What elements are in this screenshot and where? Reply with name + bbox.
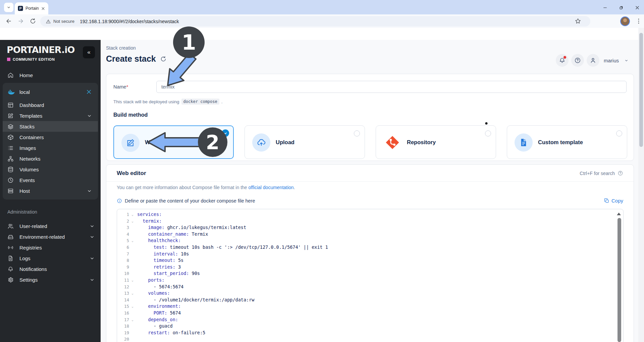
radio-unselected[interactable]	[616, 130, 622, 136]
sidebar-item-host[interactable]: Host	[3, 185, 98, 196]
docker-whale-icon	[7, 88, 15, 96]
url-text[interactable]: 192.168.1.18:9000/#!/2/docker/stacks/new…	[80, 19, 179, 24]
window-close-button[interactable]	[633, 3, 642, 12]
sidebar-item-environment-related[interactable]: Environment-related	[0, 231, 101, 242]
code-line[interactable]: 17⌄ depends_on:	[117, 317, 623, 323]
sidebar-item-home[interactable]: Home	[0, 69, 101, 81]
chevron-down-icon	[86, 113, 93, 119]
sidebar-item-settings[interactable]: Settings	[0, 274, 101, 285]
sidebar-item-events[interactable]: Events	[3, 175, 98, 185]
code-line[interactable]: 16 PORT: 5674	[117, 310, 623, 317]
tab-search-button[interactable]	[4, 3, 13, 12]
sidebar-item-logs[interactable]: Logs	[0, 253, 101, 264]
user-menu-button[interactable]	[587, 54, 599, 67]
sidebar-item-stacks[interactable]: Stacks	[3, 121, 98, 132]
build-method-web-editor[interactable]: Web editor	[113, 125, 234, 159]
window-restore-button[interactable]	[616, 3, 626, 12]
divider	[106, 181, 634, 182]
code-line[interactable]: 7 interval: 10s	[117, 251, 623, 258]
sidebar-collapse-button[interactable]: «	[83, 46, 95, 58]
administration-section: Administration User-related Environment-…	[0, 209, 101, 285]
code-line[interactable]: 15⌄ environment:	[117, 303, 623, 310]
sidebar-item-registries[interactable]: Registries	[0, 242, 101, 253]
copy-button[interactable]: Copy	[604, 198, 623, 204]
sidebar-item-images[interactable]: Images	[3, 142, 98, 153]
stacks-icon	[7, 123, 14, 130]
pencil-square-icon	[121, 134, 140, 152]
code-line[interactable]: 3 image: ghcr.io/lukegus/termix:latest	[117, 224, 623, 231]
copy-icon	[604, 198, 609, 204]
forward-button[interactable]	[15, 16, 26, 26]
pink-square-icon	[7, 58, 10, 61]
code-line[interactable]: 6 test: timeout 10s bash -c ':> /dev/tcp…	[117, 244, 623, 251]
deploy-note: This stack will be deployed using docker…	[113, 99, 223, 105]
help-button[interactable]	[571, 54, 584, 67]
address-bar[interactable]: Not secure 192.168.1.18:9000/#!/2/docker…	[40, 16, 590, 26]
code-line[interactable]: 20	[117, 336, 623, 342]
browser-menu-icon[interactable]	[635, 17, 642, 25]
networks-icon	[7, 156, 14, 162]
back-button[interactable]	[3, 16, 14, 26]
events-clock-icon	[7, 177, 14, 183]
breadcrumb: Stack creation	[106, 45, 136, 51]
editor-scrollbar-thumb[interactable]	[618, 218, 621, 342]
containers-icon	[7, 134, 14, 140]
code-line[interactable]: 1⌄services:	[117, 211, 623, 218]
code-line[interactable]: 12 - 5674:5674	[117, 284, 623, 290]
code-line[interactable]: 19 restart: on-failure:5	[117, 330, 623, 336]
official-documentation-link[interactable]: official documentation	[248, 185, 293, 190]
radio-unselected[interactable]	[485, 130, 491, 136]
compose-code-editor[interactable]: 1⌄services:2⌄ termix:3 image: ghcr.io/lu…	[117, 209, 624, 342]
stack-name-input[interactable]	[156, 81, 627, 93]
environment-local[interactable]: local	[3, 84, 98, 100]
build-method-custom-template[interactable]: Custom template	[507, 125, 627, 159]
page-scrollbar-thumb[interactable]	[639, 33, 643, 147]
code-line[interactable]: 18 - guacd	[117, 323, 623, 330]
not-secure-label[interactable]: Not secure	[53, 19, 74, 24]
sidebar-item-notifications[interactable]: Notifications	[0, 264, 101, 274]
not-secure-warning-icon	[46, 19, 51, 24]
sidebar-item-containers[interactable]: Containers	[3, 132, 98, 142]
code-line[interactable]: 5⌄ healthcheck:	[117, 237, 623, 244]
restore-icon	[619, 5, 624, 10]
portainer-logo: PORTAINER.iO	[7, 45, 74, 55]
reload-button[interactable]	[28, 16, 38, 26]
file-icon	[515, 133, 533, 152]
sidebar-item-dashboard[interactable]: Dashboard	[3, 100, 98, 110]
editor-instruction: Define or paste the content of your dock…	[117, 198, 255, 204]
sidebar-item-networks[interactable]: Networks	[3, 153, 98, 164]
code-line[interactable]: 11⌄ ports:	[117, 277, 623, 284]
editor-scroll-up-arrow[interactable]	[617, 213, 621, 215]
notifications-button[interactable]	[556, 54, 569, 67]
radio-unselected[interactable]	[354, 130, 360, 136]
back-arrow-icon	[5, 18, 12, 24]
sidebar-item-user-related[interactable]: User-related	[0, 221, 101, 231]
build-method-repository[interactable]: Repository	[376, 125, 496, 159]
administration-label: Administration	[0, 209, 101, 216]
code-line[interactable]: 14 - /volume1/docker/termix:/app/data:rw	[117, 297, 623, 303]
window-minimize-button[interactable]	[600, 3, 610, 12]
build-method-upload[interactable]: Upload	[245, 125, 365, 159]
code-line[interactable]: 4 container_name: Termix	[117, 231, 623, 238]
bookmarks-band	[0, 28, 644, 40]
code-line[interactable]: 9 retries: 3	[117, 264, 623, 271]
close-icon	[635, 5, 640, 10]
user-name[interactable]: marius	[604, 58, 619, 63]
code-line[interactable]: 8 timeout: 5s	[117, 257, 623, 264]
code-line[interactable]: 10 start_period: 90s	[117, 270, 623, 277]
browser-tab[interactable]: P Portain	[15, 2, 48, 14]
tab-close-icon[interactable]	[41, 6, 46, 11]
close-environment-icon[interactable]	[85, 88, 93, 96]
bookmark-star-icon[interactable]	[574, 17, 582, 25]
browser-profile-avatar[interactable]	[620, 16, 630, 26]
code-line[interactable]: 2⌄ termix:	[117, 218, 623, 225]
host-icon	[7, 188, 14, 194]
question-circle-icon[interactable]	[618, 170, 623, 176]
environment-icon	[7, 234, 14, 240]
sidebar-item-volumes[interactable]: Volumes	[3, 164, 98, 175]
refresh-icon[interactable]	[160, 56, 167, 62]
chevron-down-icon	[86, 188, 93, 194]
chevron-down-icon[interactable]	[624, 58, 629, 63]
sidebar-item-templates[interactable]: Templates	[3, 110, 98, 121]
code-line[interactable]: 13⌄ volumes:	[117, 290, 623, 297]
